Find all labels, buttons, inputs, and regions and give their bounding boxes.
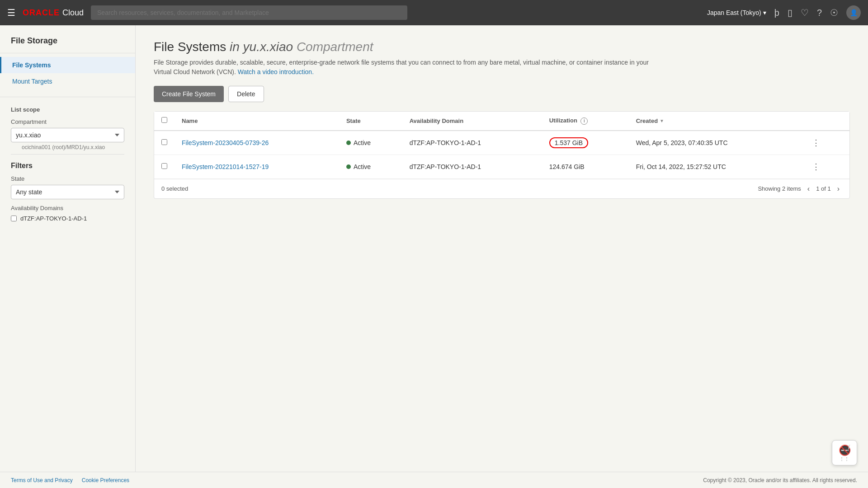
code-icon[interactable]: ▯ xyxy=(788,7,793,18)
state-filter-label: State xyxy=(11,175,124,182)
file-systems-table-container: Name State Availability Domain Utilizati… xyxy=(154,111,850,199)
row2-checkbox[interactable] xyxy=(161,163,167,169)
page-indicator: 1 of 1 xyxy=(816,185,831,192)
row1-name-cell: FileSystem-20230405-0739-26 xyxy=(175,131,339,155)
developer-icon[interactable]: þ xyxy=(774,8,779,18)
sidebar-item-file-systems[interactable]: File Systems xyxy=(0,57,135,73)
search-input[interactable] xyxy=(91,5,407,20)
action-buttons: Create File System Delete xyxy=(154,86,850,102)
row2-name-cell: FileSystem-20221014-1527-19 xyxy=(175,155,339,178)
row1-state-label: Active xyxy=(354,139,371,146)
row1-utilization-value: 1.537 GiB xyxy=(549,137,588,148)
row-actions-header xyxy=(801,112,849,131)
next-page-button[interactable]: › xyxy=(835,184,842,194)
select-all-checkbox[interactable] xyxy=(161,117,167,123)
row2-availability-domain-cell: dTZF:AP-TOKYO-1-AD-1 xyxy=(402,155,542,178)
row2-state-dot xyxy=(346,164,351,169)
utilization-info-icon[interactable]: i xyxy=(580,117,588,125)
row1-name-link[interactable]: FileSystem-20230405-0739-26 xyxy=(182,139,269,146)
user-avatar[interactable]: 👤 xyxy=(846,5,861,20)
sidebar-item-mount-targets[interactable]: Mount Targets xyxy=(0,73,135,89)
cloud-wordmark: Cloud xyxy=(62,8,84,18)
row1-checkbox[interactable] xyxy=(161,139,167,145)
oracle-wordmark: ORACLE xyxy=(23,8,60,18)
showing-items: Showing 2 items xyxy=(758,185,801,192)
created-sort-icon[interactable]: ▼ xyxy=(660,118,664,123)
row2-state-label: Active xyxy=(354,163,371,170)
terms-link[interactable]: Terms of Use and Privacy xyxy=(11,477,73,483)
footer-links: Terms of Use and Privacy Cookie Preferen… xyxy=(11,477,129,483)
name-column-header: Name xyxy=(175,112,339,131)
availability-domains-section: Availability Domains dTZF:AP-TOKYO-1-AD-… xyxy=(11,205,124,222)
availability-domain-label: dTZF:AP-TOKYO-1-AD-1 xyxy=(20,215,87,222)
page-title-compartment: Compartment xyxy=(297,40,373,54)
row1-state-cell: Active xyxy=(339,131,402,155)
sidebar-nav: File Systems Mount Targets xyxy=(0,57,135,89)
globe-icon[interactable]: ☉ xyxy=(830,7,838,18)
row2-actions-cell: ⋮ xyxy=(801,155,849,178)
create-file-system-button[interactable]: Create File System xyxy=(154,86,224,102)
prev-page-button[interactable]: ‹ xyxy=(805,184,812,194)
pagination: Showing 2 items ‹ 1 of 1 › xyxy=(758,184,842,194)
availability-domain-column-header: Availability Domain xyxy=(402,112,542,131)
state-column-header: State xyxy=(339,112,402,131)
watch-video-link[interactable]: Watch a video introduction. xyxy=(238,68,314,75)
region-selector[interactable]: Japan East (Tokyo) ▾ xyxy=(707,9,766,16)
row2-actions-button[interactable]: ⋮ xyxy=(808,161,824,173)
table-footer: 0 selected Showing 2 items ‹ 1 of 1 › xyxy=(154,179,849,198)
page-header: File Systems in yu.x.xiao Compartment Fi… xyxy=(154,40,850,77)
row2-name-link[interactable]: FileSystem-20221014-1527-19 xyxy=(182,163,269,170)
chevron-down-icon: ▾ xyxy=(763,9,766,16)
topnav-right: Japan East (Tokyo) ▾ þ ▯ ♡ ? ☉ 👤 xyxy=(707,5,861,20)
table-row: FileSystem-20221014-1527-19 Active dTZF:… xyxy=(154,155,849,178)
state-filter-select[interactable]: Any state Active Creating Deleting Delet… xyxy=(11,185,124,199)
row1-created-cell: Wed, Apr 5, 2023, 07:40:35 UTC xyxy=(629,131,801,155)
help-icon[interactable]: ? xyxy=(817,8,822,18)
page-title-main: File Systems xyxy=(154,40,226,54)
row1-availability-domain-cell: dTZF:AP-TOKYO-1-AD-1 xyxy=(402,131,542,155)
sidebar-title: File Storage xyxy=(0,36,135,53)
compartment-label: Compartment xyxy=(11,118,124,125)
list-scope-title: List scope xyxy=(11,106,124,113)
row2-utilization-value: 124.674 GiB xyxy=(549,163,585,170)
sidebar: File Storage File Systems Mount Targets … xyxy=(0,25,136,488)
hamburger-menu-icon[interactable]: ☰ xyxy=(7,7,15,18)
select-all-header xyxy=(154,112,175,131)
row1-actions-button[interactable]: ⋮ xyxy=(808,137,824,149)
selected-count: 0 selected xyxy=(161,185,188,192)
row1-utilization-cell: 1.537 GiB xyxy=(542,131,629,155)
avatar-icon: 👤 xyxy=(850,9,858,16)
help-widget-dots: ⋮⋮ xyxy=(840,456,849,461)
page-title-italic: in yu.x.xiao xyxy=(230,40,293,54)
cookie-link[interactable]: Cookie Preferences xyxy=(82,477,129,483)
page-title: File Systems in yu.x.xiao Compartment xyxy=(154,40,850,54)
table-header-row: Name State Availability Domain Utilizati… xyxy=(154,112,849,131)
availability-domains-title: Availability Domains xyxy=(11,205,124,211)
filters-title: Filters xyxy=(11,154,124,170)
row2-utilization-cell: 124.674 GiB xyxy=(542,155,629,178)
main-content: File Systems in yu.x.xiao Compartment Fi… xyxy=(136,25,868,488)
filters-section: Filters State Any state Active Creating … xyxy=(0,154,135,222)
row1-checkbox-cell xyxy=(154,131,175,155)
help-widget-icon: 🚭 xyxy=(839,445,851,456)
file-systems-table: Name State Availability Domain Utilizati… xyxy=(154,112,849,179)
row2-created-cell: Fri, Oct 14, 2022, 15:27:52 UTC xyxy=(629,155,801,178)
region-label: Japan East (Tokyo) xyxy=(707,9,761,16)
availability-domain-item[interactable]: dTZF:AP-TOKYO-1-AD-1 xyxy=(11,215,124,222)
notification-icon[interactable]: ♡ xyxy=(801,7,809,18)
oracle-logo: ORACLE Cloud xyxy=(23,8,84,18)
compartment-select[interactable]: yu.x.xiao xyxy=(11,128,124,142)
table-row: FileSystem-20230405-0739-26 Active dTZF:… xyxy=(154,131,849,155)
page-footer: Terms of Use and Privacy Cookie Preferen… xyxy=(0,472,868,488)
page-description: File Storage provides durable, scalable,… xyxy=(154,58,651,77)
row2-state-cell: Active xyxy=(339,155,402,178)
footer-copyright: Copyright © 2023, Oracle and/or its affi… xyxy=(703,477,857,483)
delete-button[interactable]: Delete xyxy=(228,86,264,102)
created-column-header: Created ▼ xyxy=(629,112,801,131)
utilization-column-header: Utilization i xyxy=(542,112,629,131)
help-widget-button[interactable]: 🚭 ⋮⋮ xyxy=(832,440,857,465)
compartment-sub-path: ocichina001 (root)/MRD1/yu.x.xiao xyxy=(11,144,124,150)
row2-checkbox-cell xyxy=(154,155,175,178)
row1-state-dot xyxy=(346,141,351,145)
availability-domain-checkbox[interactable] xyxy=(11,216,17,221)
